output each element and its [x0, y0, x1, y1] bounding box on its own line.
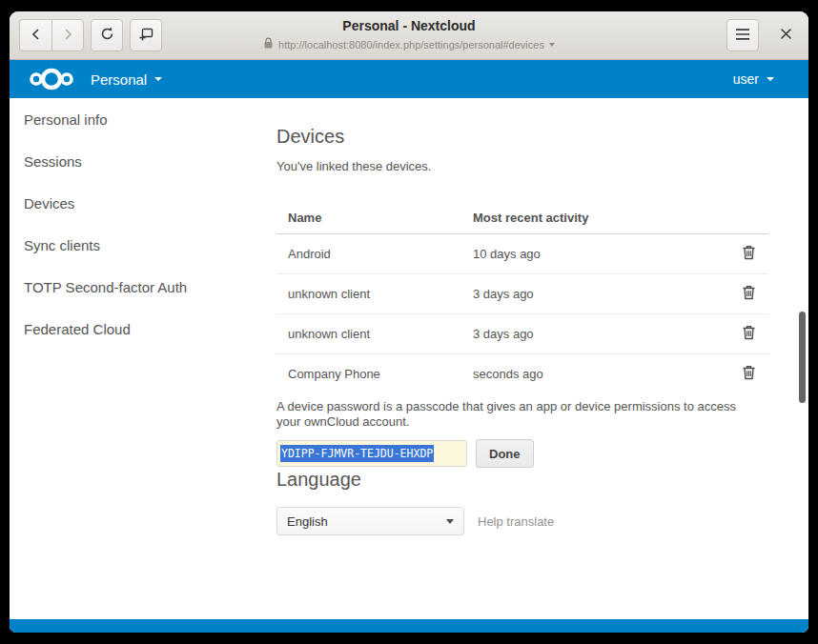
language-heading: Language — [276, 468, 808, 491]
language-selected-value: English — [287, 514, 328, 529]
nextcloud-header: Personal user — [10, 60, 808, 98]
devices-table: Name Most recent activity Android 10 day… — [276, 201, 768, 393]
page-content: Personal info Sessions Devices Sync clie… — [10, 98, 808, 619]
address-bar[interactable]: http://localhost:8080/index.php/settings… — [263, 37, 555, 51]
language-select[interactable]: English — [276, 507, 464, 535]
reload-button[interactable] — [91, 19, 123, 51]
chevron-down-icon — [154, 77, 162, 81]
trash-icon — [742, 285, 756, 303]
table-row: unknown client 3 days ago — [276, 274, 768, 314]
table-header-row: Name Most recent activity — [276, 201, 768, 234]
device-password-row: YDIPP-FJMVR-TEJDU-EHXDP Done — [276, 439, 808, 468]
sidebar-item-devices[interactable]: Devices — [10, 183, 257, 225]
device-name: Android — [276, 247, 473, 261]
browser-titlebar: Personal - Nextcloud http://localhost:80… — [10, 11, 808, 60]
device-activity: seconds ago — [473, 367, 728, 381]
table-row: Android 10 days ago — [276, 234, 768, 274]
delete-device-button[interactable] — [739, 362, 759, 386]
device-name: Company Phone — [276, 367, 473, 381]
app-menu-label: Personal — [91, 71, 147, 88]
back-icon — [29, 27, 44, 45]
device-password-input[interactable]: YDIPP-FJMVR-TEJDU-EHXDP — [276, 440, 467, 467]
user-menu-label: user — [733, 71, 759, 87]
forward-icon — [60, 27, 75, 45]
chevron-down-icon — [767, 77, 774, 81]
column-header-activity: Most recent activity — [473, 211, 728, 225]
devices-subtitle: You've linked these devices. — [276, 159, 808, 174]
forward-button[interactable] — [51, 19, 84, 51]
table-row: Company Phone seconds ago — [276, 354, 768, 393]
column-header-name: Name — [276, 211, 473, 225]
url-dropdown-icon — [549, 43, 555, 47]
close-icon — [780, 28, 792, 43]
device-activity: 10 days ago — [473, 247, 728, 261]
toolbar-left — [19, 19, 162, 51]
trash-icon — [742, 365, 756, 383]
device-activity: 3 days ago — [473, 287, 728, 301]
settings-sidebar: Personal info Sessions Devices Sync clie… — [10, 98, 257, 619]
trash-icon — [742, 245, 756, 263]
sidebar-item-totp[interactable]: TOTP Second-factor Auth — [10, 267, 257, 309]
device-name: unknown client — [276, 287, 473, 301]
bottom-accent-bar — [10, 619, 808, 633]
nextcloud-logo-icon — [27, 67, 76, 91]
browser-window: Personal - Nextcloud http://localhost:80… — [10, 11, 808, 633]
sidebar-item-personal-info[interactable]: Personal info — [10, 99, 257, 141]
insecure-lock-icon — [263, 37, 274, 51]
app-menu[interactable]: Personal — [91, 71, 162, 88]
reload-icon — [99, 26, 115, 45]
menu-button[interactable] — [726, 19, 759, 51]
url-text: http://localhost:8080/index.php/settings… — [278, 39, 544, 50]
sidebar-item-sync-clients[interactable]: Sync clients — [10, 225, 257, 267]
settings-main: Devices You've linked these devices. Nam… — [257, 98, 808, 619]
window-title: Personal - Nextcloud — [143, 17, 675, 34]
table-row: unknown client 3 days ago — [276, 314, 768, 354]
user-menu[interactable]: user — [733, 71, 774, 87]
delete-device-button[interactable] — [739, 242, 759, 266]
sidebar-item-sessions[interactable]: Sessions — [10, 141, 257, 183]
device-activity: 3 days ago — [473, 327, 728, 341]
delete-device-button[interactable] — [739, 322, 759, 346]
titlebar-center: Personal - Nextcloud http://localhost:80… — [143, 17, 675, 53]
back-button[interactable] — [19, 19, 51, 51]
device-password-value: YDIPP-FJMVR-TEJDU-EHXDP — [280, 445, 434, 462]
trash-icon — [742, 325, 756, 343]
close-window-button[interactable] — [774, 24, 797, 47]
help-translate-link[interactable]: Help translate — [478, 514, 554, 529]
language-row: English Help translate — [276, 507, 808, 535]
select-arrow-icon — [446, 519, 454, 524]
devices-heading: Devices — [276, 125, 808, 148]
device-name: unknown client — [276, 327, 473, 341]
sidebar-item-federated-cloud[interactable]: Federated Cloud — [10, 309, 257, 351]
device-password-note: A device password is a passcode that giv… — [276, 399, 753, 430]
history-buttons — [19, 19, 84, 51]
done-button[interactable]: Done — [476, 439, 534, 468]
delete-device-button[interactable] — [739, 282, 759, 306]
vertical-scrollbar[interactable] — [799, 312, 806, 403]
toolbar-right — [726, 19, 797, 51]
hamburger-icon — [735, 28, 750, 44]
